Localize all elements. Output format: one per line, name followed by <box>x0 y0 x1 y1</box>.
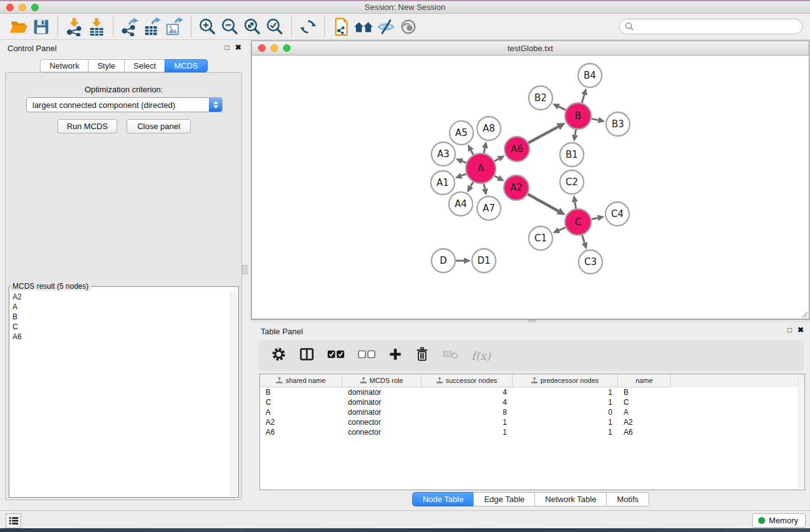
edge-C-C3[interactable] <box>582 235 585 243</box>
show-all-columns-button[interactable] <box>327 349 345 362</box>
float-panel-icon[interactable]: □ <box>225 43 229 52</box>
table-cell[interactable]: C <box>260 397 342 407</box>
mcds-result-item[interactable]: A <box>11 302 229 312</box>
graph-node-A4[interactable]: A4 <box>449 192 473 216</box>
resize-grip-icon[interactable] <box>799 309 808 318</box>
table-row[interactable]: Bdominator41B <box>260 387 804 397</box>
open-session-file-button[interactable] <box>330 16 352 38</box>
export-image-button[interactable] <box>163 16 186 38</box>
criterion-dropdown[interactable]: largest connected component (directed) <box>26 97 223 112</box>
close-panel-icon[interactable]: ✖ <box>235 43 241 52</box>
close-table-panel-icon[interactable]: ✖ <box>798 326 804 334</box>
search-input[interactable] <box>619 19 803 34</box>
graph-node-A2[interactable]: A2 <box>504 175 529 200</box>
save-session-button[interactable] <box>30 16 52 38</box>
graph-node-C3[interactable]: C3 <box>579 250 602 274</box>
hide-graphics-details-button[interactable] <box>375 16 397 38</box>
graph-node-B1[interactable]: B1 <box>560 143 584 167</box>
graph-node-B2[interactable]: B2 <box>529 86 552 110</box>
column-header-predecessor-nodes[interactable]: predecessor nodes <box>513 374 618 387</box>
tab-node-table[interactable]: Node Table <box>412 492 475 506</box>
close-panel-button[interactable]: Close panel <box>127 119 191 133</box>
edge-A-A4[interactable] <box>471 182 473 186</box>
graph-node-A[interactable]: A <box>466 153 496 183</box>
table-cell[interactable]: 1 <box>422 417 513 427</box>
edge-C-C2[interactable] <box>575 202 576 209</box>
table-cell[interactable]: A2 <box>260 417 342 427</box>
zoom-fit-button[interactable] <box>241 16 264 38</box>
float-table-panel-icon[interactable]: □ <box>788 326 792 334</box>
edge-A-A5[interactable] <box>471 150 473 155</box>
table-cell[interactable]: 0 <box>513 407 618 417</box>
mcds-result-item[interactable]: A6 <box>11 332 229 342</box>
edge-B-B2[interactable] <box>559 107 566 110</box>
table-cell[interactable]: connector <box>342 427 422 437</box>
table-cell[interactable]: A2 <box>618 417 671 427</box>
table-cell[interactable]: 4 <box>422 397 513 407</box>
edge-C-C1[interactable] <box>559 228 565 231</box>
table-cell[interactable]: 1 <box>513 397 618 407</box>
graph-node-C1[interactable]: C1 <box>529 226 552 250</box>
tab-network[interactable]: Network <box>40 59 89 72</box>
table-row[interactable]: Adominator80A <box>260 407 804 417</box>
memory-button[interactable]: Memory <box>752 513 806 528</box>
table-cell[interactable]: B <box>260 387 342 397</box>
zoom-in-button[interactable] <box>196 16 219 38</box>
show-graphics-details-button[interactable] <box>397 16 420 38</box>
table-cell[interactable]: 8 <box>422 407 513 417</box>
settings-gear-button[interactable] <box>271 347 286 364</box>
open-file-button[interactable] <box>7 16 30 38</box>
tab-motifs[interactable]: Motifs <box>606 492 649 506</box>
home-button[interactable] <box>352 16 375 38</box>
delete-column-button[interactable] <box>415 347 429 364</box>
table-scrollbar[interactable] <box>798 375 804 489</box>
export-network-button[interactable] <box>118 16 141 38</box>
graph-node-B3[interactable]: B3 <box>606 112 630 136</box>
network-window-titlebar[interactable]: testGlobe.txt <box>252 41 809 56</box>
edge-A6-B[interactable] <box>528 127 558 143</box>
edge-A-A3[interactable] <box>462 161 466 163</box>
graph-node-D[interactable]: D <box>432 249 455 273</box>
table-cell[interactable]: A <box>260 407 342 417</box>
delete-table-button[interactable] <box>442 349 458 362</box>
import-table-button[interactable] <box>85 16 108 38</box>
import-network-button[interactable] <box>63 16 85 38</box>
column-header-MCDS-role[interactable]: MCDS role <box>342 374 422 387</box>
mcds-result-item[interactable]: A2 <box>11 292 229 302</box>
tab-mcds[interactable]: MCDS <box>165 59 207 72</box>
tab-select[interactable]: Select <box>124 59 165 72</box>
tab-style[interactable]: Style <box>88 59 125 72</box>
graph-node-B4[interactable]: B4 <box>578 64 602 87</box>
mcds-result-item[interactable]: C <box>11 322 229 332</box>
edge-B-B3[interactable] <box>592 118 599 120</box>
table-cell[interactable]: 4 <box>422 387 513 397</box>
tab-edge-table[interactable]: Edge Table <box>473 492 535 506</box>
table-cell[interactable]: 1 <box>422 427 513 437</box>
zoom-out-button[interactable] <box>219 16 241 38</box>
graph-node-A1[interactable]: A1 <box>431 171 455 195</box>
tab-network-table[interactable]: Network Table <box>534 492 607 506</box>
table-cell[interactable]: 1 <box>513 387 618 397</box>
table-row[interactable]: A2connector11A2 <box>260 417 804 427</box>
edge-A-A7[interactable] <box>484 183 485 188</box>
graph-node-C2[interactable]: C2 <box>560 170 584 194</box>
table-cell[interactable]: dominator <box>342 397 422 407</box>
graph-node-C[interactable]: C <box>565 209 591 235</box>
table-cell[interactable]: 1 <box>513 417 618 427</box>
table-cell[interactable]: dominator <box>342 407 422 417</box>
zoom-selected-button[interactable] <box>264 16 286 38</box>
refresh-layout-button[interactable] <box>297 16 319 38</box>
edge-A2-C[interactable] <box>528 194 558 211</box>
graph-node-A5[interactable]: A5 <box>450 121 473 145</box>
graph-node-A3[interactable]: A3 <box>432 142 455 166</box>
table-cell[interactable]: dominator <box>342 387 422 397</box>
graph-node-A6[interactable]: A6 <box>504 137 529 162</box>
table-cell[interactable]: A <box>618 407 671 417</box>
graph-node-B[interactable]: B <box>565 103 591 129</box>
split-panel-button[interactable] <box>299 347 314 364</box>
table-cell[interactable]: B <box>618 387 671 397</box>
edge-A-A8[interactable] <box>484 148 485 153</box>
export-table-button[interactable] <box>141 16 163 38</box>
table-cell[interactable]: A6 <box>260 427 342 437</box>
network-canvas[interactable]: AA5A8A3A1A4A7A6A2BB4B2B3B1CC2C4C1C3DD1 <box>252 56 809 319</box>
